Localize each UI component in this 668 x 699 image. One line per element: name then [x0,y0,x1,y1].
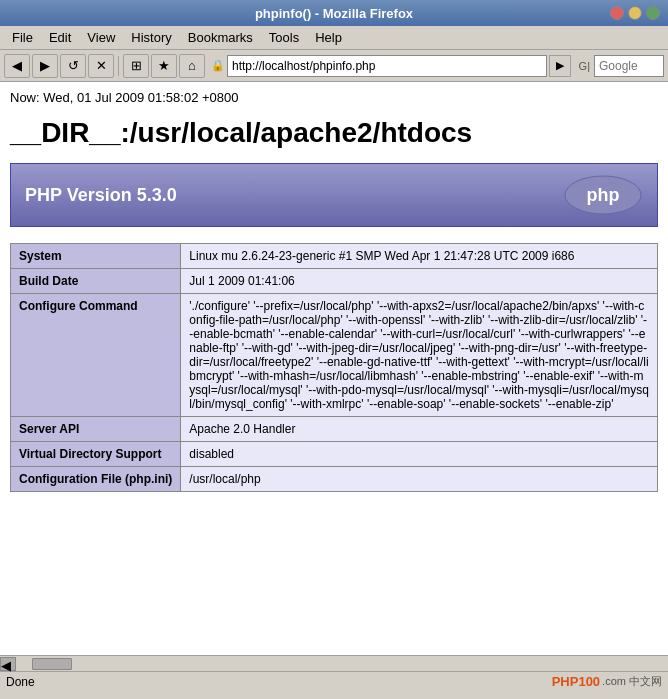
brand-area: PHP100 .com 中文网 [552,674,662,689]
minimize-button[interactable] [628,6,642,20]
menu-tools[interactable]: Tools [261,28,307,47]
reload-button[interactable]: ↺ [60,54,86,78]
table-row: Configure Command'./configure' '--prefix… [11,294,658,417]
php-logo: php [563,174,643,216]
address-icon: 🔒 [211,59,225,72]
table-row: Virtual Directory Supportdisabled [11,442,658,467]
home-button[interactable]: ⌂ [179,54,205,78]
table-label: Configuration File (php.ini) [11,467,181,492]
address-bar: 🔒 ▶ [211,55,571,77]
php-version: PHP Version 5.3.0 [25,185,177,206]
maximize-button[interactable] [646,6,660,20]
new-tab-button[interactable]: ⊞ [123,54,149,78]
table-value: Linux mu 2.6.24-23-generic #1 SMP Wed Ap… [181,244,658,269]
menu-view[interactable]: View [79,28,123,47]
titlebar: phpinfo() - Mozilla Firefox [0,0,668,26]
table-row: SystemLinux mu 2.6.24-23-generic #1 SMP … [11,244,658,269]
bookmark-button[interactable]: ★ [151,54,177,78]
table-value: Jul 1 2009 01:41:06 [181,269,658,294]
stop-button[interactable]: ✕ [88,54,114,78]
back-button[interactable]: ◀ [4,54,30,78]
forward-button[interactable]: ▶ [32,54,58,78]
menu-history[interactable]: History [123,28,179,47]
go-button[interactable]: ▶ [549,55,571,77]
menu-edit[interactable]: Edit [41,28,79,47]
table-label: Virtual Directory Support [11,442,181,467]
status-text: Done [6,675,544,689]
menu-bookmarks[interactable]: Bookmarks [180,28,261,47]
table-row: Build DateJul 1 2009 01:41:06 [11,269,658,294]
table-label: System [11,244,181,269]
window-controls [610,6,660,20]
search-input[interactable] [594,55,664,77]
table-label: Server API [11,417,181,442]
table-row: Configuration File (php.ini)/usr/local/p… [11,467,658,492]
table-value: disabled [181,442,658,467]
hscrollbar[interactable]: ◀ [0,655,668,671]
menu-help[interactable]: Help [307,28,350,47]
address-input[interactable] [227,55,547,77]
hscroll-thumb[interactable] [32,658,72,670]
window-title: phpinfo() - Mozilla Firefox [255,6,413,21]
table-label: Configure Command [11,294,181,417]
toolbar: ◀ ▶ ↺ ✕ ⊞ ★ ⌂ 🔒 ▶ G| [0,50,668,82]
menubar: File Edit View History Bookmarks Tools H… [0,26,668,50]
brand-label: PHP100 [552,674,600,689]
search-engine-label: G| [577,60,592,72]
table-value: Apache 2.0 Handler [181,417,658,442]
menu-file[interactable]: File [4,28,41,47]
table-value: /usr/local/php [181,467,658,492]
table-row: Server APIApache 2.0 Handler [11,417,658,442]
dir-heading: __DIR__:/usr/local/apache2/htdocs [10,117,658,149]
hscroll-left[interactable]: ◀ [0,657,16,671]
now-text: Now: Wed, 01 Jul 2009 01:58:02 +0800 [10,90,658,105]
content-area: Now: Wed, 01 Jul 2009 01:58:02 +0800 __D… [0,82,668,655]
toolbar-separator-1 [118,56,119,76]
search-container: G| [577,55,664,77]
close-button[interactable] [610,6,624,20]
table-value: './configure' '--prefix=/usr/local/php' … [181,294,658,417]
brand-sub: .com 中文网 [602,674,662,689]
info-table: SystemLinux mu 2.6.24-23-generic #1 SMP … [10,243,658,492]
table-label: Build Date [11,269,181,294]
statusbar: Done PHP100 .com 中文网 [0,671,668,691]
php-header: PHP Version 5.3.0 php [10,163,658,227]
svg-text:php: php [587,185,620,205]
